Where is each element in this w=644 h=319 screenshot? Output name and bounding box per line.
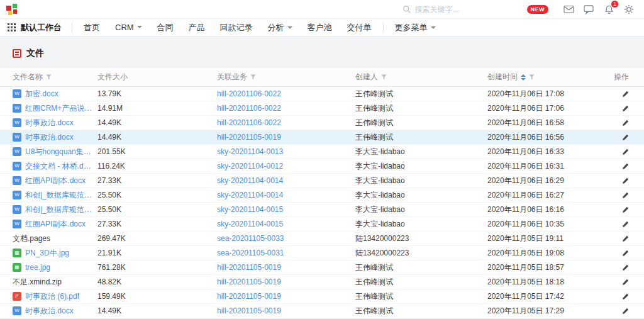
- edit-icon[interactable]: [622, 134, 629, 141]
- file-name-link[interactable]: 红圈API副本.docx: [25, 219, 86, 230]
- table-row[interactable]: W 红圈API副本.docx 27.33K sky-20201104-0014 …: [0, 174, 644, 188]
- doc-file-icon: W: [13, 147, 21, 156]
- edit-icon[interactable]: [622, 163, 629, 170]
- nav-item-payment-records[interactable]: 回款记录: [213, 19, 260, 36]
- create-time: 2020年11月06日 16:56: [487, 132, 613, 143]
- related-business-link[interactable]: sky-20201104-0012: [217, 162, 283, 171]
- file-name-link[interactable]: U8与hongquan集成方案.docx: [25, 147, 92, 157]
- edit-icon[interactable]: [622, 105, 629, 112]
- file-name-link[interactable]: 时事政治.docx: [25, 306, 74, 316]
- doc-file-icon: W: [13, 89, 21, 98]
- nav-divider: [383, 23, 384, 32]
- file-name-link[interactable]: 时事政治.docx: [25, 118, 74, 128]
- chat-icon[interactable]: [583, 4, 594, 15]
- doc-file-icon: W: [13, 306, 21, 315]
- related-business-link[interactable]: hill-20201106-0022: [217, 104, 281, 113]
- nav-item-analysis[interactable]: 分析: [260, 19, 300, 36]
- nav-item-crm[interactable]: CRM: [108, 18, 150, 36]
- edit-icon[interactable]: [622, 308, 629, 315]
- table-row[interactable]: W 和创|_数据库规范_20171124.doc 25.50K sky-2020…: [0, 203, 644, 217]
- related-business-cell: hill-20201105-0019: [217, 306, 355, 315]
- table-row[interactable]: P 时事政治 (6).pdf 159.49K hill-20201105-001…: [0, 289, 644, 304]
- edit-icon[interactable]: [622, 221, 629, 228]
- edit-icon[interactable]: [622, 250, 629, 257]
- table-row[interactable]: W 加密.docx 13.79K hill-20201106-0022 王伟峰测…: [0, 87, 644, 101]
- search-box[interactable]: [402, 5, 497, 14]
- nav-item-home[interactable]: 首页: [76, 19, 108, 36]
- related-business-link[interactable]: hill-20201105-0019: [217, 277, 281, 286]
- file-name-link[interactable]: 时事政治.docx: [25, 132, 74, 143]
- file-name-link[interactable]: 红圈CRM+产品说明201901_前端...: [25, 103, 92, 114]
- filter-icon[interactable]: [529, 74, 535, 80]
- filter-icon[interactable]: [250, 74, 256, 80]
- edit-icon[interactable]: [622, 235, 629, 242]
- related-business-link[interactable]: sea-20201105-0031: [217, 249, 284, 257]
- edit-icon[interactable]: [622, 279, 629, 286]
- table-row[interactable]: W 交接文档 - 林桥.docx 116.24K sky-20201104-00…: [0, 159, 644, 174]
- related-business-link[interactable]: hill-20201106-0022: [217, 118, 281, 127]
- nav-item-delivery-order[interactable]: 交付单: [340, 19, 379, 36]
- edit-icon[interactable]: [622, 120, 629, 126]
- nav-item-contract[interactable]: 合同: [150, 19, 181, 36]
- nav-item-product[interactable]: 产品: [181, 19, 213, 36]
- table-row[interactable]: W 红圈CRM+产品说明201901_前端... 14.91M hill-202…: [0, 101, 644, 116]
- table-row[interactable]: ▦ PN_3D牛.jpg 21.91K sea-20201105-0031 陆1…: [0, 246, 644, 260]
- table-row[interactable]: 文档.pages 269.47K sea-20201105-0033 陆1342…: [0, 232, 644, 246]
- related-business-link[interactable]: sky-20201104-0015: [217, 220, 283, 228]
- operations-cell: [613, 105, 644, 112]
- image-file-icon: ▦: [13, 249, 21, 257]
- file-name-link[interactable]: 时事政治 (6).pdf: [25, 291, 79, 302]
- edit-icon[interactable]: [622, 264, 629, 271]
- related-business-link[interactable]: hill-20201105-0019: [217, 133, 281, 142]
- related-business-link[interactable]: sea-20201105-0033: [217, 234, 284, 243]
- file-name-link[interactable]: 交接文档 - 林桥.docx: [25, 161, 92, 172]
- apps-grid-icon[interactable]: [8, 23, 16, 31]
- table-row[interactable]: W 时事政治.docx 14.49K hill-20201105-0019 王伟…: [0, 304, 644, 318]
- edit-icon[interactable]: [622, 91, 629, 98]
- table-row[interactable]: W 和创|_数据库规范_20171124.doc 25.50K sky-2020…: [0, 188, 644, 203]
- related-business-link[interactable]: sky-20201104-0014: [217, 191, 283, 199]
- operations-cell: [613, 134, 644, 141]
- related-business-link[interactable]: sky-20201104-0015: [217, 205, 283, 214]
- app-logo-icon[interactable]: [6, 4, 18, 15]
- nav-item-more-menu[interactable]: 更多菜单: [387, 19, 443, 36]
- related-business-link[interactable]: hill-20201105-0019: [217, 263, 281, 272]
- file-name-link[interactable]: 和创|_数据库规范_20171124.doc: [25, 190, 92, 201]
- related-business-link[interactable]: hill-20201105-0019: [217, 292, 281, 301]
- related-business-link[interactable]: sky-20201104-0013: [217, 147, 283, 156]
- edit-icon[interactable]: [622, 293, 629, 300]
- table-row[interactable]: ▦ tree.jpg 761.28K hill-20201105-0019 王伟…: [0, 260, 644, 275]
- nav-item-customer-pool[interactable]: 客户池: [300, 19, 340, 36]
- nav-more-label: 更多菜单: [395, 22, 428, 33]
- file-name-link[interactable]: 和创|_数据库规范_20171124.doc: [25, 204, 92, 215]
- file-name-link[interactable]: tree.jpg: [25, 263, 50, 272]
- bell-icon[interactable]: 1: [603, 4, 614, 15]
- filter-icon[interactable]: [46, 74, 52, 80]
- nav-item-label: 回款记录: [220, 22, 253, 33]
- table-row[interactable]: W 红圈API副本.docx 27.33K sky-20201104-0015 …: [0, 217, 644, 232]
- search-input[interactable]: [415, 5, 491, 14]
- file-name-link[interactable]: 红圈API副本.docx: [25, 176, 86, 186]
- sort-icon[interactable]: [521, 74, 526, 81]
- mail-icon[interactable]: [563, 4, 574, 15]
- creator: 王伟峰测试: [355, 262, 487, 273]
- related-business-link[interactable]: hill-20201106-0022: [217, 89, 281, 98]
- table-row[interactable]: W 时事政治.docx 14.49K hill-20201105-0019 王伟…: [0, 130, 644, 145]
- workspace-title[interactable]: 默认工作台: [21, 22, 62, 33]
- edit-icon[interactable]: [622, 206, 629, 213]
- creator: 陆13420000223: [355, 233, 487, 244]
- related-business-link[interactable]: hill-20201105-0019: [217, 306, 281, 315]
- file-name-link[interactable]: PN_3D牛.jpg: [25, 248, 69, 259]
- column-header-operations: 操作: [613, 72, 644, 82]
- edit-icon[interactable]: [622, 192, 629, 199]
- edit-icon[interactable]: [622, 177, 629, 184]
- table-row[interactable]: W 时事政治.docx 14.49K hill-20201106-0022 王伟…: [0, 116, 644, 130]
- table-row[interactable]: 不足.xmind.zip 48.82K hill-20201105-0019 王…: [0, 275, 644, 289]
- gear-icon[interactable]: [623, 4, 635, 15]
- filter-icon[interactable]: [381, 74, 387, 80]
- edit-icon[interactable]: [622, 148, 629, 155]
- page-title: 文件: [26, 48, 44, 59]
- file-name-link[interactable]: 加密.docx: [25, 89, 58, 99]
- related-business-link[interactable]: sky-20201104-0014: [217, 176, 283, 185]
- table-row[interactable]: W U8与hongquan集成方案.docx 201.55K sky-20201…: [0, 145, 644, 159]
